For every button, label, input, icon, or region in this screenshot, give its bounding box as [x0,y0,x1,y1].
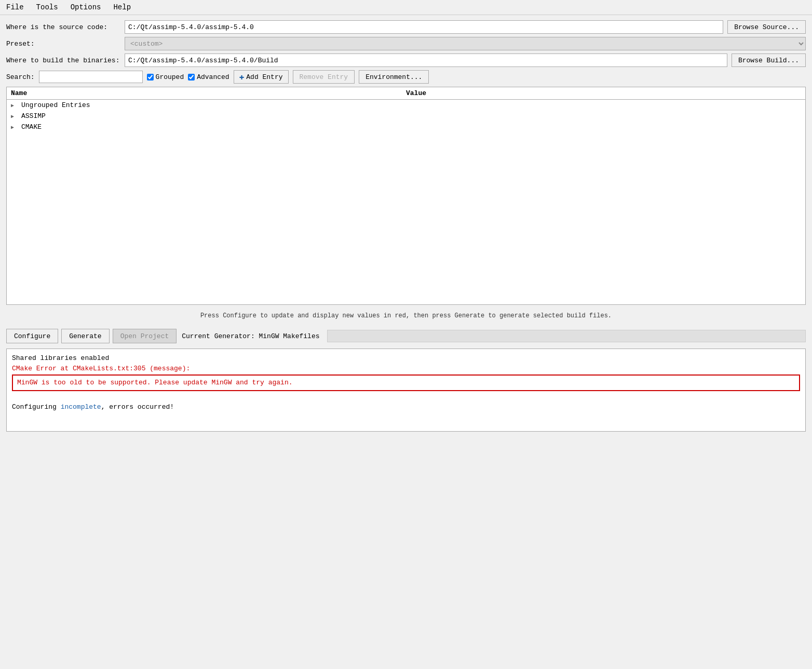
advanced-label: Advanced [197,73,229,81]
chevron-right-icon: ▶ [11,113,19,119]
preset-label: Preset: [6,40,120,48]
error-box: MinGW is too old to be supported. Please… [12,374,800,391]
main-container: Where is the source code: Browse Source.… [0,15,812,437]
col-header-name: Name [11,89,406,97]
build-input[interactable] [125,53,727,67]
open-project-button[interactable]: Open Project [113,329,177,343]
preset-row: Preset: <custom> [6,37,806,50]
grouped-checkbox-label[interactable]: Grouped [147,73,184,81]
advanced-checkbox[interactable] [188,74,195,81]
menu-file[interactable]: File [4,2,26,12]
progress-bar [327,330,806,342]
plus-icon: ✚ [239,72,245,82]
chevron-right-icon: ▶ [11,124,19,130]
menubar: File Tools Options Help [0,0,812,15]
search-row: Search: Grouped Advanced ✚ Add Entry Rem… [6,70,806,84]
environment-button[interactable]: Environment... [359,70,429,84]
source-label: Where is the source code: [6,23,120,31]
preset-select[interactable]: <custom> [125,37,806,50]
grouped-checkbox[interactable] [147,74,154,81]
search-label: Search: [6,73,35,81]
generate-button[interactable]: Generate [61,329,109,343]
row-name-cmake: CMAKE [19,123,801,131]
add-entry-label: Add Entry [246,73,282,81]
configure-button[interactable]: Configure [6,329,58,343]
table-header: Name Value [7,87,805,100]
source-row: Where is the source code: Browse Source.… [6,20,806,34]
build-label: Where to build the binaries: [6,57,120,64]
hint-text: Press Configure to update and display ne… [6,308,806,324]
build-row: Where to build the binaries: Browse Buil… [6,53,806,67]
table-row[interactable]: ▶ Ungrouped Entries [7,100,805,111]
output-error-box: MinGW is too old to be supported. Please… [12,373,800,392]
source-input[interactable] [125,20,723,34]
table-row[interactable]: ▶ CMAKE [7,122,805,132]
config-table: Name Value ▶ Ungrouped Entries ▶ ASSIMP … [6,87,806,305]
action-row: Configure Generate Open Project Current … [6,327,806,345]
browse-build-button[interactable]: Browse Build... [732,53,806,67]
search-input[interactable] [39,71,143,83]
menu-help[interactable]: Help [111,2,133,12]
output-line-2: CMake Error at CMakeLists.txt:305 (messa… [12,364,800,374]
grouped-label: Grouped [156,73,184,81]
remove-entry-button[interactable]: Remove Entry [293,70,355,84]
browse-source-button[interactable]: Browse Source... [727,20,806,34]
advanced-checkbox-label[interactable]: Advanced [188,73,229,81]
menu-tools[interactable]: Tools [34,2,60,12]
menu-options[interactable]: Options [69,2,103,12]
row-name-assimp: ASSIMP [19,112,801,120]
col-header-value: Value [406,89,801,97]
row-name-ungrouped: Ungrouped Entries [19,101,801,109]
output-line-4 [12,392,800,403]
output-line-1: Shared libraries enabled [12,353,800,364]
table-row[interactable]: ▶ ASSIMP [7,111,805,122]
chevron-right-icon: ▶ [11,102,19,109]
generator-text: Current Generator: MinGW Makefiles [182,332,319,340]
output-configuring: Configuring [12,403,61,411]
output-line-5: Configuring incomplete, errors occurred! [12,402,800,412]
output-errors: , errors occurred! [101,403,174,411]
add-entry-button[interactable]: ✚ Add Entry [234,70,289,84]
output-area: Shared libraries enabled CMake Error at … [6,349,806,432]
output-incomplete: incomplete [61,403,101,411]
